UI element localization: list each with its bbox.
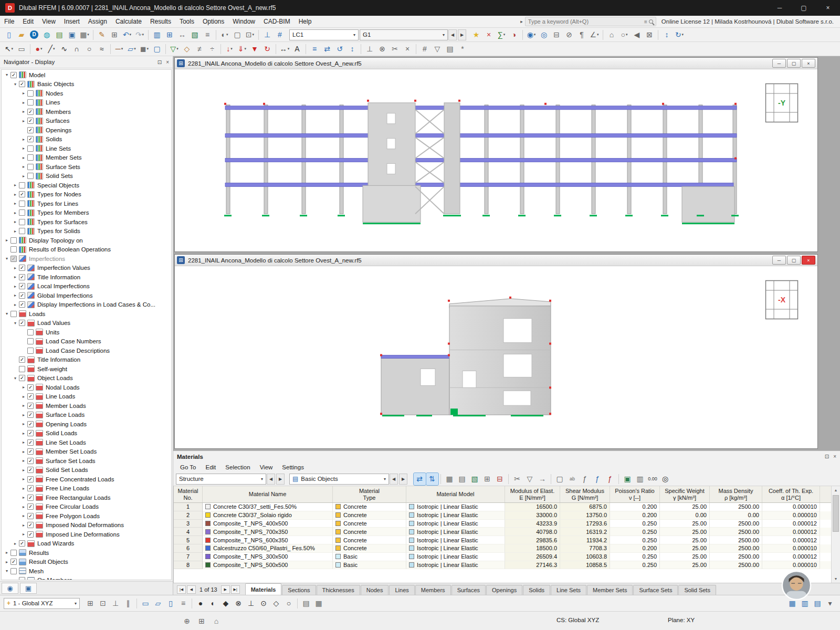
tree-checkbox[interactable]: ✓	[27, 513, 34, 519]
select-pointer-icon[interactable]: ↖▾	[3, 43, 15, 55]
tree-checkbox[interactable]: ✓	[10, 256, 17, 262]
materials-table-row-1[interactable]: 1Concrete C30/37_setti_Fes.50%ConcreteIs…	[174, 503, 840, 511]
tree-item-object-loads[interactable]: ▾✓Object Loads	[2, 374, 171, 383]
spline-tool-icon[interactable]: ≈	[96, 43, 108, 55]
zoom-icon[interactable]: ○▾	[618, 29, 631, 41]
select-mode-icon[interactable]: ⊡▾	[244, 29, 256, 41]
snap-end-icon[interactable]: ◆	[220, 597, 232, 610]
collapse-icon[interactable]: ▾	[3, 72, 10, 77]
expand-icon[interactable]: ▸	[12, 266, 19, 270]
window-maximize-button[interactable]: ▢	[792, 0, 816, 16]
expand-icon[interactable]: ▸	[20, 523, 27, 528]
column-header-material-name[interactable]: Material Name	[203, 486, 333, 502]
table-settings-icon[interactable]: ▦	[444, 473, 456, 485]
excel-export-icon[interactable]: ▧	[469, 473, 481, 485]
scrollbar-thumb[interactable]	[833, 495, 839, 532]
first-table-icon[interactable]: |◀	[177, 585, 186, 594]
table-tab-members[interactable]: Members	[415, 585, 451, 595]
numbering-icon[interactable]: #	[419, 43, 431, 55]
viewport2-close-button[interactable]: ×	[802, 256, 815, 265]
solid-tool-icon[interactable]: ◼▾	[139, 43, 151, 55]
tree-item-display-imperfections-in-load-cases-co[interactable]: ▸✓Display Imperfections in Load Cases & …	[2, 300, 171, 310]
tree-item-member-sets[interactable]: ▸Member Sets	[2, 153, 171, 163]
table-menu-go-to[interactable]: Go To	[175, 464, 201, 470]
circle-tool-icon[interactable]: ○	[83, 43, 96, 55]
snap-quadrant-icon[interactable]: ◇	[270, 597, 282, 610]
materials-table-row-8[interactable]: 8Composite_T_NPS_500x500BasicIsotropic |…	[174, 561, 840, 570]
previous-table-icon[interactable]: ◀	[187, 585, 196, 594]
eccentricity-icon[interactable]: ≠	[194, 43, 206, 55]
tree-item-line-set-loads[interactable]: ▸✓Line Set Loads	[2, 438, 171, 447]
format-painter-icon[interactable]: ✎	[96, 29, 108, 41]
table-menu-view[interactable]: View	[255, 464, 278, 470]
table-tab-solids[interactable]: Solids	[523, 585, 550, 595]
coordinate-system-combo[interactable]: + 1 - Global XYZ ▾	[4, 598, 80, 609]
isometric-view-icon[interactable]: ⌂	[606, 29, 618, 41]
column-header-material-type[interactable]: MaterialType	[333, 486, 406, 502]
tree-checkbox[interactable]	[27, 154, 34, 161]
materials-table-row-7[interactable]: 7Composite_T_NPS_300x500BasicIsotropic |…	[174, 553, 840, 561]
tree-checkbox[interactable]: ✓	[27, 430, 34, 436]
tree-checkbox[interactable]: ✓	[19, 292, 25, 299]
search-expand-icon[interactable]: ▸	[520, 19, 523, 24]
table-tab-line-sets[interactable]: Line Sets	[551, 585, 586, 595]
surface-tool-icon[interactable]: ▱▾	[126, 43, 138, 55]
keyword-search-box[interactable]: ≡	[525, 17, 656, 26]
fx-edit-icon[interactable]: ƒ	[592, 473, 604, 485]
expand-icon[interactable]: ▸	[20, 100, 27, 105]
scroll-down-icon[interactable]: ▼	[832, 575, 840, 583]
tree-item-solid-set-loads[interactable]: ▸✓Solid Set Loads	[2, 466, 171, 475]
menu-view[interactable]: View	[38, 16, 60, 27]
copy-icon[interactable]: ⊞	[109, 29, 121, 41]
insert-row-icon[interactable]: ⊞	[481, 473, 494, 485]
tree-item-free-concentrated-loads[interactable]: ▸✓Free Concentrated Loads	[2, 475, 171, 484]
snap-perpendicular-icon[interactable]: ⊥	[245, 597, 257, 610]
tree-item-load-wizards[interactable]: ▸✓Load Wizards	[2, 539, 171, 549]
viewport1-titlebar[interactable]: ⊞ 2281_INAIL Ancona_Modello di calcolo S…	[175, 58, 817, 69]
window-minimize-button[interactable]: ─	[768, 0, 792, 16]
navigator-toggle-icon[interactable]: ▤	[812, 597, 824, 610]
save-icon[interactable]: ▣	[66, 29, 78, 41]
table-tab-materials[interactable]: Materials	[245, 583, 282, 595]
tree-item-openings[interactable]: ✓Openings	[2, 125, 171, 135]
move-view-icon[interactable]: ↕	[661, 29, 673, 41]
menu-cad-bim[interactable]: CAD-BIM	[259, 16, 295, 27]
dlubal-bim-icon[interactable]: ◍	[41, 29, 53, 41]
table-scrollbar[interactable]: ▲ ▼	[831, 486, 840, 583]
objects-combo[interactable]: ▤ Basic Objects ▾	[289, 474, 389, 485]
rotate-view-icon[interactable]: ↻▾	[674, 29, 686, 41]
tree-checkbox[interactable]: ✓	[27, 403, 34, 409]
tree-checkbox[interactable]	[27, 90, 34, 97]
tree-checkbox[interactable]	[10, 550, 17, 556]
camera-icon[interactable]: ▣	[20, 583, 37, 594]
import-table-icon[interactable]: ▥	[634, 473, 646, 485]
tree-checkbox[interactable]	[27, 173, 34, 179]
filter-icon[interactable]: ▽	[432, 43, 444, 55]
expand-icon[interactable]: ▸	[12, 541, 19, 546]
viewport2-canvas[interactable]: -X	[175, 266, 817, 448]
delete-object-icon[interactable]: ×	[402, 43, 414, 55]
tree-checkbox[interactable]: ✓	[27, 136, 34, 142]
expand-icon[interactable]: ▸	[20, 109, 27, 114]
table-tab-lines[interactable]: Lines	[389, 585, 414, 595]
support-tool-icon[interactable]: ▽▾	[169, 43, 181, 55]
table-tab-surface-sets[interactable]: Surface Sets	[633, 585, 678, 595]
sync-selection-icon[interactable]: ⇄	[414, 473, 426, 485]
rotate-object-icon[interactable]: ↺	[334, 43, 346, 55]
column-header-shear-modulus-g-n-mm[interactable]: Shear ModulusG [N/mm²]	[560, 486, 610, 502]
table-menu-edit[interactable]: Edit	[201, 464, 220, 470]
menu-assign[interactable]: Assign	[84, 16, 111, 27]
window-close-button[interactable]: ×	[816, 0, 840, 16]
select-box-icon[interactable]: ▭	[16, 43, 28, 55]
tree-checkbox[interactable]	[19, 366, 25, 372]
text-tool-icon[interactable]: A	[291, 43, 303, 55]
worksheet-icon[interactable]: ⊞	[164, 29, 176, 41]
tree-checkbox[interactable]	[19, 219, 25, 225]
expand-icon[interactable]: ▸	[20, 495, 27, 500]
tree-item-free-circular-loads[interactable]: ▸✓Free Circular Loads	[2, 502, 171, 512]
tree-checkbox[interactable]	[27, 348, 34, 354]
tree-checkbox[interactable]: ✓	[19, 191, 25, 197]
expand-icon[interactable]: ▸	[20, 119, 27, 123]
navigator-close-icon[interactable]: ×	[166, 59, 169, 65]
tree-checkbox[interactable]: ✓	[19, 265, 25, 271]
